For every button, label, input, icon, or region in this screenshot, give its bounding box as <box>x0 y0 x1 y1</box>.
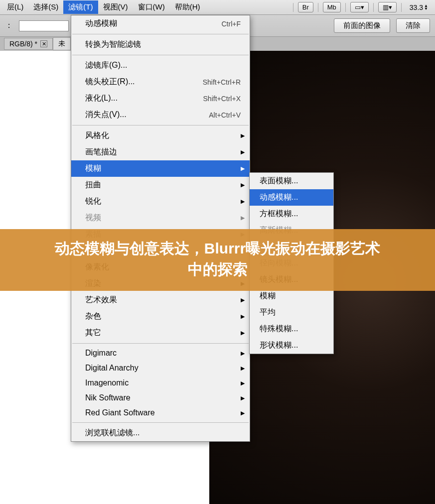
menu-item[interactable]: 视频▶ <box>71 210 250 226</box>
menu-item-label: 风格化 <box>85 130 241 141</box>
menu-item[interactable]: 风格化▶ <box>71 127 250 144</box>
menu-item[interactable]: 浏览联机滤镜... <box>71 425 250 441</box>
submenu-item[interactable]: 方框模糊... <box>250 206 333 222</box>
submenu-arrow-icon: ▶ <box>241 380 245 386</box>
overlay-line1: 动态模糊与创意表达，Blurrr曝光振动在摄影艺术 <box>15 238 420 259</box>
menu-help[interactable]: 帮助(H) <box>170 0 205 14</box>
menu-item[interactable]: Digital Anarchy▶ <box>71 361 250 376</box>
submenu-arrow-icon: ▶ <box>241 410 245 416</box>
menu-item[interactable]: 转换为智能滤镜 <box>71 36 250 53</box>
menu-item[interactable]: 艺术效果▶ <box>71 292 250 308</box>
mb-button[interactable]: Mb <box>323 2 341 12</box>
menu-item[interactable]: 液化(L)...Shift+Ctrl+X <box>71 90 250 107</box>
menu-item-label: 模糊 <box>85 163 241 174</box>
menu-item-label: 消失点(V)... <box>85 110 209 120</box>
menu-item-label: 画笔描边 <box>85 147 241 157</box>
filter-menu-dropdown: 动感模糊Ctrl+F转换为智能滤镜滤镜库(G)...镜头校正(R)...Shif… <box>71 15 250 442</box>
menu-item-label: 浏览联机滤镜... <box>85 428 241 438</box>
menubar: 层(L) 选择(S) 滤镜(T) 视图(V) 窗口(W) 帮助(H) Br Mb… <box>0 0 435 15</box>
menu-item-label: 艺术效果 <box>85 295 241 305</box>
close-icon[interactable]: ✕ <box>40 40 47 47</box>
menu-item[interactable]: 其它▶ <box>71 325 250 341</box>
menu-item[interactable]: 滤镜库(G)... <box>71 57 250 74</box>
submenu-arrow-icon: ▶ <box>241 132 245 139</box>
menu-separator <box>72 422 249 423</box>
menu-item-label: 动感模糊 <box>85 18 222 29</box>
menu-filter[interactable]: 滤镜(T) <box>63 0 98 14</box>
menu-item-label: 锐化 <box>85 196 241 207</box>
menu-separator <box>72 55 249 55</box>
zoom-value: 33.3 <box>410 3 423 11</box>
menu-item-shortcut: Shift+Ctrl+X <box>203 95 241 103</box>
menu-separator <box>72 125 249 126</box>
submenu-arrow-icon: ▶ <box>241 365 245 372</box>
separator <box>293 3 293 12</box>
menu-separator <box>72 343 249 344</box>
menu-item-label: 滤镜库(G)... <box>85 60 241 71</box>
zoom-stepper-icon[interactable]: ▲▼ <box>424 4 428 10</box>
menu-item[interactable]: 模糊▶ <box>71 160 250 177</box>
menu-item-label: Imagenomic <box>85 378 241 387</box>
overlay-line2: 中的探索 <box>15 259 420 280</box>
menu-item[interactable]: 扭曲▶ <box>71 177 250 193</box>
menu-item[interactable]: 动感模糊Ctrl+F <box>71 15 250 32</box>
menu-item-label: 液化(L)... <box>85 93 203 104</box>
submenu-arrow-icon: ▶ <box>241 297 245 303</box>
menu-item-label: 镜头校正(R)... <box>85 77 203 87</box>
option-label: ： <box>5 20 13 31</box>
option-input[interactable] <box>19 20 69 31</box>
submenu-item[interactable]: 形状模糊... <box>250 337 333 354</box>
menu-item-label: 扭曲 <box>85 180 241 190</box>
bridge-button[interactable]: Br <box>298 2 313 12</box>
submenu-item[interactable]: 平均 <box>250 304 333 321</box>
document-tab[interactable]: RGB/8) * ✕ <box>4 38 53 50</box>
separator <box>345 3 346 12</box>
menu-layer[interactable]: 层(L) <box>2 0 28 14</box>
menu-item-shortcut: Shift+Ctrl+R <box>203 78 241 86</box>
submenu-item[interactable]: 特殊模糊... <box>250 321 333 337</box>
menu-item-label: 杂色 <box>85 311 241 322</box>
submenu-arrow-icon: ▶ <box>241 350 245 357</box>
menu-item-label: 视频 <box>85 213 241 223</box>
menu-item[interactable]: Nik Software▶ <box>71 390 250 405</box>
front-image-button[interactable]: 前面的图像 <box>334 18 390 33</box>
submenu-arrow-icon: ▶ <box>241 182 245 188</box>
menu-window[interactable]: 窗口(W) <box>133 0 170 14</box>
submenu-arrow-icon: ▶ <box>241 395 245 401</box>
menu-item-label: Nik Software <box>85 393 241 402</box>
menu-item[interactable]: Imagenomic▶ <box>71 376 250 390</box>
menu-item-label: Digimarc <box>85 349 241 358</box>
menu-item[interactable]: 消失点(V)...Alt+Ctrl+V <box>71 107 250 123</box>
menu-select[interactable]: 选择(S) <box>28 0 63 14</box>
submenu-arrow-icon: ▶ <box>241 313 245 320</box>
separator <box>401 3 402 12</box>
menu-item-shortcut: Ctrl+F <box>222 20 241 28</box>
menu-item-shortcut: Alt+Ctrl+V <box>209 111 241 119</box>
screen-mode-button[interactable]: ▭▾ <box>350 2 369 12</box>
zoom-control[interactable]: 33.3 ▲▼ <box>410 3 428 11</box>
menu-item[interactable]: Digimarc▶ <box>71 346 250 361</box>
menu-item[interactable]: 画笔描边▶ <box>71 144 250 160</box>
menu-separator <box>72 34 249 34</box>
submenu-item[interactable]: 表面模糊... <box>250 173 333 189</box>
menu-item[interactable]: Red Giant Software▶ <box>71 405 250 420</box>
menu-item-label: Red Giant Software <box>85 408 241 417</box>
clear-button[interactable]: 清除 <box>396 18 430 33</box>
watermark-overlay: 动态模糊与创意表达，Blurrr曝光振动在摄影艺术 中的探索 <box>0 229 435 291</box>
submenu-arrow-icon: ▶ <box>241 198 245 205</box>
menu-item-label: 转换为智能滤镜 <box>85 39 241 50</box>
menu-item-label: Digital Anarchy <box>85 364 241 373</box>
menu-item[interactable]: 锐化▶ <box>71 193 250 210</box>
submenu-arrow-icon: ▶ <box>241 165 245 172</box>
menu-item-label: 其它 <box>85 328 241 338</box>
menu-item[interactable]: 镜头校正(R)...Shift+Ctrl+R <box>71 74 250 90</box>
submenu-arrow-icon: ▶ <box>241 149 245 155</box>
submenu-arrow-icon: ▶ <box>241 215 245 221</box>
menu-item[interactable]: 杂色▶ <box>71 308 250 325</box>
menu-view[interactable]: 视图(V) <box>98 0 133 14</box>
document-tab-partial[interactable]: 未 <box>53 37 71 50</box>
tab-label: RGB/8) * <box>9 40 37 48</box>
submenu-item[interactable]: 动感模糊... <box>250 189 333 206</box>
arrange-button[interactable]: ▥▾ <box>378 2 397 12</box>
submenu-arrow-icon: ▶ <box>241 330 245 336</box>
